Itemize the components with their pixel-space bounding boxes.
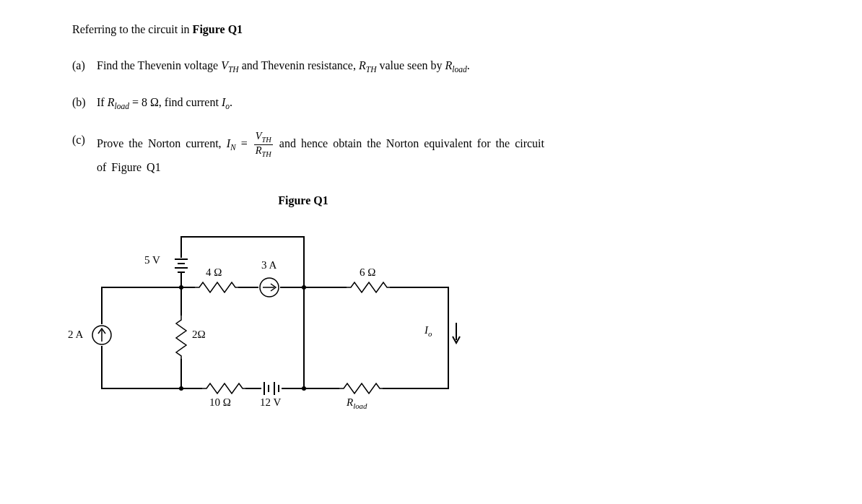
wire [180, 236, 182, 258]
resistor-4ohm [195, 281, 238, 297]
wire [280, 287, 347, 288]
wire [101, 287, 182, 288]
wire [180, 287, 182, 316]
label-12v: 12 V [260, 396, 281, 409]
wire [245, 388, 261, 389]
wire [180, 236, 303, 238]
pb-t1: If [97, 96, 108, 108]
wire [180, 359, 182, 389]
rload-sub: load [353, 401, 367, 410]
part-c-body: Prove the Norton current, IN = VTHRTH an… [97, 131, 544, 177]
label-10ohm: 10 Ω [209, 396, 231, 409]
part-b-label: (b) [72, 93, 94, 112]
resistor-rload [339, 382, 383, 398]
wire [101, 287, 103, 324]
wire [303, 287, 305, 389]
node-dot [179, 386, 183, 391]
wire [101, 388, 182, 389]
pb-rload-sub: load [114, 102, 129, 110]
resistor-6ohm [347, 281, 390, 297]
pc-num-v: V [256, 130, 262, 142]
pa-t4: . [467, 59, 470, 71]
label-2ohm: 2Ω [192, 329, 206, 341]
pb-rload: R [108, 96, 115, 108]
wire [390, 287, 449, 288]
current-source-3a [258, 277, 280, 301]
part-a-label: (a) [72, 56, 94, 75]
pc-den-r: R [256, 144, 262, 156]
io-sub: o [428, 329, 432, 338]
wire [303, 236, 305, 288]
pa-rth: R [359, 59, 366, 71]
pb-t3: . [230, 96, 232, 108]
wire [180, 388, 202, 389]
intro-fig: Figure Q1 [193, 23, 243, 35]
pb-t2: = 8 Ω, find current [129, 96, 222, 108]
wire [383, 388, 449, 389]
intro-line: Referring to the circuit in Figure Q1 [72, 20, 819, 39]
label-3a: 3 A [261, 259, 277, 271]
node-dot [302, 285, 306, 290]
pc-num-sub: TH [262, 136, 271, 144]
label-rload: Rload [347, 396, 367, 410]
wire [282, 388, 339, 389]
figure-caption: Figure Q1 [260, 194, 347, 207]
pc-fig: Figure Q1 [111, 161, 160, 173]
label-io: Io [425, 324, 432, 338]
pa-rload: R [445, 59, 453, 71]
question-block: Referring to the circuit in Figure Q1 (a… [72, 20, 819, 177]
part-b: (b) If Rload = 8 Ω, find current Io. [72, 93, 819, 113]
label-2a: 2 A [68, 329, 83, 341]
label-5v: 5 V [144, 254, 160, 266]
pa-t2: and Thevenin resistance, [239, 59, 359, 71]
node-dot [179, 285, 183, 290]
wire [101, 346, 103, 389]
node-dot [302, 386, 306, 391]
pa-t3: value seen by [376, 59, 445, 71]
wire [448, 287, 449, 389]
label-4ohm: 4 Ω [206, 266, 222, 279]
pc-den-sub: TH [262, 149, 271, 157]
part-a: (a) Find the Thevenin voltage VTH and Th… [72, 56, 819, 77]
current-source-2a [91, 324, 113, 349]
pa-vth: V [221, 59, 228, 71]
intro-text: Referring to the circuit in [72, 23, 193, 35]
part-c-label: (c) [72, 131, 94, 149]
pc-eq: = [236, 137, 253, 149]
pa-t1: Find the Thevenin voltage [97, 59, 221, 71]
part-a-body: Find the Thevenin voltage VTH and Theven… [97, 56, 544, 77]
label-6ohm: 6 Ω [360, 266, 375, 279]
resistor-10ohm [202, 382, 245, 398]
part-c: (c) Prove the Norton current, IN = VTHRT… [72, 131, 819, 177]
pc-in-sub: N [230, 143, 236, 152]
circuit-diagram: 5 V 4 Ω 3 A 6 Ω 2 A [58, 214, 491, 431]
pa-vth-sub: TH [228, 65, 239, 74]
rload-r: R [347, 396, 353, 408]
wire [238, 287, 258, 288]
resistor-2ohm [175, 316, 188, 362]
voltage-source-5v [172, 256, 191, 277]
pc-frac: VTHRTH [254, 131, 273, 159]
pa-rload-sub: load [452, 65, 466, 74]
part-b-body: If Rload = 8 Ω, find current Io. [97, 93, 544, 113]
pa-rth-sub: TH [366, 65, 377, 74]
io-arrow-icon [452, 323, 461, 347]
pc-t1: Prove the Norton current, [97, 137, 227, 149]
